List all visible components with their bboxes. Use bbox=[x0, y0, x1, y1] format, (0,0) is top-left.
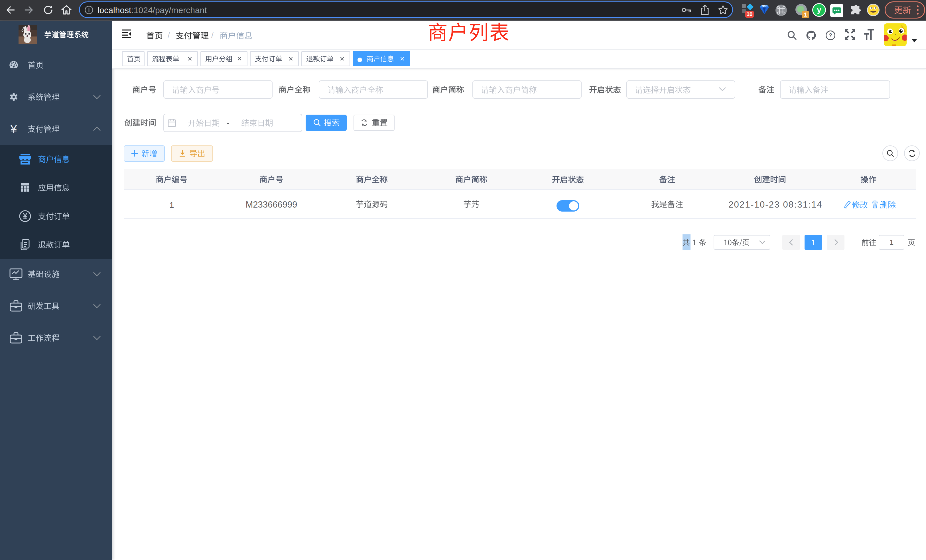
svg-text:?: ? bbox=[829, 32, 832, 38]
